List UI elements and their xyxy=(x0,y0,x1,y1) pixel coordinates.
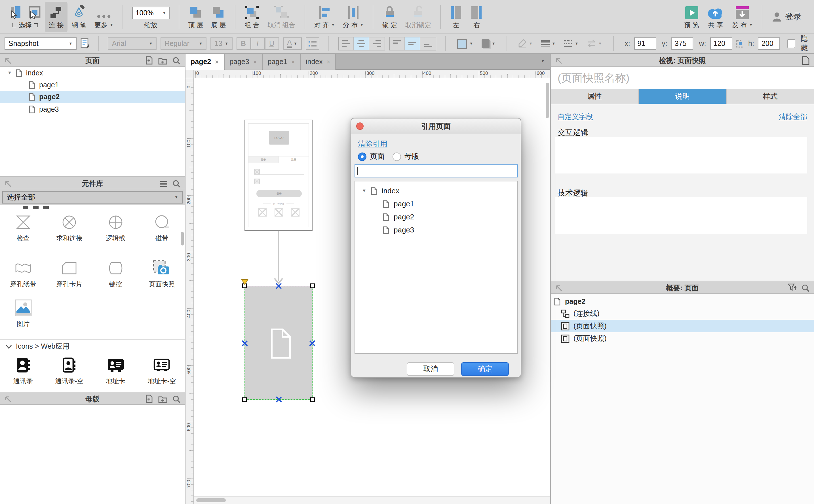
search-icon[interactable] xyxy=(172,180,180,188)
italic-button[interactable]: I xyxy=(250,37,265,50)
library-item[interactable]: 逻辑或 xyxy=(92,213,139,243)
interaction-logic-textarea[interactable] xyxy=(555,137,807,173)
radio-page[interactable]: 页面 xyxy=(358,151,384,162)
radio-master[interactable]: 母版 xyxy=(392,151,419,162)
close-icon[interactable]: × xyxy=(253,58,257,65)
preview-button[interactable]: 预 览 xyxy=(680,1,703,32)
canvas-h-scrollbar-track[interactable] xyxy=(194,496,550,504)
cursor-select-icon[interactable] xyxy=(10,6,22,19)
custom-fields-link[interactable]: 自定义字段 xyxy=(558,112,593,122)
zoom-select[interactable]: 100%▼ xyxy=(132,7,170,19)
add-page-icon[interactable] xyxy=(145,395,153,403)
tree-expand-icon[interactable]: ▼ xyxy=(362,188,366,193)
tab-properties[interactable]: 属性 xyxy=(551,89,639,104)
close-icon[interactable]: × xyxy=(327,58,330,65)
font-color-button[interactable]: A▼ xyxy=(283,37,301,50)
resize-handle-sw[interactable] xyxy=(242,397,247,402)
dialog-tree-item-page2[interactable]: page2 xyxy=(355,211,517,223)
tab-page2[interactable]: page2× xyxy=(185,54,224,70)
outline-row-snapshot-selected[interactable]: (页面快照) xyxy=(551,320,814,332)
page-tree-item-page1[interactable]: page1 xyxy=(0,79,185,91)
connection-point-left-icon[interactable] xyxy=(242,340,248,346)
resize-handle-se[interactable] xyxy=(310,397,315,402)
align-text-middle-button[interactable] xyxy=(405,37,421,50)
share-button[interactable]: 共 享 xyxy=(703,1,728,32)
lock-tool[interactable]: 锁 定 xyxy=(378,1,401,32)
tree-expand-icon[interactable]: ▼ xyxy=(7,70,12,75)
font-family-select[interactable]: Arial▼ xyxy=(108,37,156,50)
arrow-style-button[interactable]: ▼ xyxy=(585,37,604,50)
tab-page3[interactable]: page3× xyxy=(224,54,262,70)
cancel-button[interactable]: 取消 xyxy=(407,362,455,376)
distribute-tool[interactable]: 分 布▼ xyxy=(339,1,367,32)
add-folder-icon[interactable] xyxy=(158,395,167,403)
filter-icon[interactable] xyxy=(788,283,796,292)
library-item[interactable]: 地址卡-空 xyxy=(139,356,185,386)
bold-button[interactable]: B xyxy=(236,37,250,50)
library-item[interactable]: 求和连接 xyxy=(46,213,92,243)
align-tool[interactable]: 对 齐▼ xyxy=(310,1,339,32)
close-icon[interactable]: × xyxy=(215,58,219,65)
outline-row-page2[interactable]: page2 xyxy=(551,295,814,307)
login-button[interactable]: 登录 xyxy=(768,11,806,22)
dialog-tree-item-page3[interactable]: page3 xyxy=(355,224,517,236)
align-text-bottom-button[interactable] xyxy=(421,37,436,50)
library-filter-select[interactable]: 选择全部 ▼ xyxy=(2,191,183,204)
align-text-left-button[interactable] xyxy=(339,37,354,50)
link-wh-icon[interactable] xyxy=(736,40,743,48)
line-weight-button[interactable]: ▼ xyxy=(539,37,558,50)
more-tool[interactable]: 更多▼ xyxy=(90,1,117,32)
zoom-tool[interactable]: 100%▼ 缩放 xyxy=(128,1,174,32)
library-item[interactable]: 穿孔卡片 xyxy=(46,259,92,289)
tab-style[interactable]: 样式 xyxy=(727,89,814,104)
tab-list-chevron-icon[interactable]: ▼ xyxy=(541,60,550,63)
page-search-input[interactable] xyxy=(354,164,518,177)
group-tool[interactable]: 组 合 xyxy=(241,1,263,32)
y-input[interactable]: 375 xyxy=(671,37,694,50)
send-back-tool[interactable]: 底 层 xyxy=(207,1,230,32)
resize-handle-ne[interactable] xyxy=(310,283,315,288)
connection-point-top-icon[interactable] xyxy=(276,283,282,289)
page-tree-item-index[interactable]: ▼ index xyxy=(0,67,185,79)
ungroup-tool[interactable]: 取消 组合 xyxy=(263,1,299,32)
search-icon[interactable] xyxy=(172,395,180,403)
search-icon[interactable] xyxy=(802,284,809,292)
fill-color-button[interactable]: ▼ xyxy=(455,37,475,50)
dialog-tree-item-index[interactable]: ▼ index xyxy=(355,185,517,197)
font-weight-select[interactable]: Regular▼ xyxy=(160,37,206,50)
library-scrollbar[interactable] xyxy=(181,232,184,245)
page-tree-item-page3[interactable]: page3 xyxy=(0,103,185,115)
h-input[interactable]: 200 xyxy=(758,37,780,50)
widget-style-select[interactable]: Snapshot▼ xyxy=(5,37,76,50)
tab-index[interactable]: index× xyxy=(301,54,336,70)
library-item[interactable]: 通讯录 xyxy=(0,356,46,386)
menu-icon[interactable] xyxy=(160,181,167,187)
library-item[interactable]: 地址卡 xyxy=(92,356,139,386)
pen-tool[interactable]: 钢 笔 xyxy=(67,1,90,32)
select-tool[interactable]: 选择 xyxy=(6,1,45,32)
align-text-center-button[interactable] xyxy=(354,37,369,50)
tab-notes[interactable]: 说明 xyxy=(639,89,727,104)
edit-style-icon[interactable] xyxy=(80,38,89,49)
library-item[interactable]: 检查 xyxy=(0,213,46,243)
icons-section-header[interactable]: Icons > Web应用 xyxy=(6,342,69,351)
connection-point-right-icon[interactable] xyxy=(309,340,315,346)
outline-row-snapshot[interactable]: (页面快照) xyxy=(551,333,814,345)
page-snapshot-widget-preview[interactable]: LOGO 登录 注册 登录 第三方登录 xyxy=(244,120,312,231)
add-page-icon[interactable] xyxy=(145,56,153,65)
align-objects-left-tool[interactable]: 左 xyxy=(446,1,466,32)
notes-page-icon[interactable] xyxy=(802,56,809,65)
line-style-button[interactable]: ▼ xyxy=(562,37,581,50)
unlock-tool[interactable]: 取消锁定 xyxy=(401,1,435,32)
connector-line[interactable] xyxy=(278,231,279,281)
ok-button[interactable]: 确定 xyxy=(461,362,509,376)
technical-logic-textarea[interactable] xyxy=(555,197,807,234)
library-item[interactable]: 磁带 xyxy=(139,213,185,243)
canvas-h-scrollbar[interactable] xyxy=(196,498,226,502)
library-item[interactable]: 通讯录-空 xyxy=(46,356,92,386)
marquee-select-icon[interactable] xyxy=(28,6,41,19)
page-tree-item-page2[interactable]: page2 xyxy=(0,91,185,103)
outline-row-connector[interactable]: (连接线) xyxy=(551,308,814,320)
page-snapshot-widget-selected[interactable] xyxy=(244,286,312,400)
border-color-button[interactable]: ▼ xyxy=(517,37,535,50)
